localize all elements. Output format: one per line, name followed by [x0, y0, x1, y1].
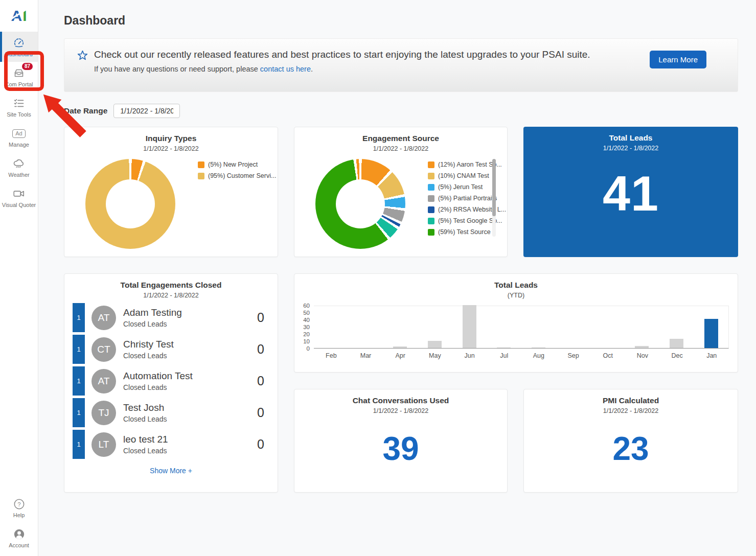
account-icon — [12, 527, 26, 541]
bar-column[interactable] — [625, 306, 659, 348]
x-axis-tick-label: May — [418, 352, 452, 359]
engagement-info: Automation TestClosed Leads — [123, 370, 193, 391]
sidebar-item-visual-quoter[interactable]: Visual Quoter — [0, 182, 38, 213]
feature-banner: Check out our recently released features… — [64, 38, 738, 92]
bar-column[interactable] — [418, 306, 452, 348]
legend-swatch — [428, 206, 434, 213]
avatar: CT — [91, 337, 116, 362]
engagement-sublabel: Closed Leads — [123, 415, 167, 423]
app-logo[interactable]: A I — [0, 0, 38, 32]
card-subtitle: 1/1/2022 - 1/8/2022 — [64, 292, 278, 299]
bar-column[interactable] — [659, 306, 694, 348]
date-range-row: Date Range — [64, 104, 738, 118]
card-title: Total Leads — [294, 281, 738, 290]
legend-swatch — [198, 173, 204, 179]
video-camera-icon — [12, 187, 26, 200]
page-title: Dashboard — [64, 0, 738, 38]
engagement-value: 0 — [257, 374, 269, 388]
avatar: AT — [91, 306, 116, 330]
sidebar: A I Dashboard 87 Com Portal — [0, 0, 38, 556]
bar-column[interactable] — [383, 306, 418, 348]
sidebar-item-label: Site Tools — [7, 111, 31, 118]
chat-conversations-value: 39 — [294, 430, 507, 468]
rank-badge: 1 — [73, 398, 85, 427]
legend-label: (5%) New Project — [208, 161, 258, 168]
sidebar-item-site-tools[interactable]: Site Tools — [0, 92, 38, 122]
rank-badge: 1 — [73, 335, 85, 364]
engagement-sublabel: Closed Leads — [123, 352, 174, 360]
x-axis-tick-label: Jun — [452, 352, 487, 359]
bar-column[interactable] — [349, 306, 383, 348]
y-axis-tick-label: 60 — [303, 303, 310, 309]
bar-column[interactable] — [314, 306, 349, 348]
card-subtitle: (YTD) — [294, 292, 738, 299]
engagement-name: Christy Test — [123, 339, 174, 350]
bar — [463, 305, 476, 348]
sidebar-item-weather[interactable]: Weather — [0, 152, 38, 182]
legend-label: (95%) Customer Servi... — [208, 172, 276, 179]
engagement-name: leo test 21 — [123, 434, 168, 445]
engagement-sublabel: Closed Leads — [123, 320, 182, 328]
x-axis-tick-label: Apr — [383, 352, 418, 359]
card-subtitle: 1/1/2022 - 1/8/2022 — [524, 407, 738, 414]
inquiry-types-donut-chart[interactable] — [85, 159, 175, 249]
rank-badge: 1 — [73, 366, 85, 396]
card-title: Chat Conversations Used — [294, 396, 507, 405]
bar — [670, 339, 683, 348]
bar-column[interactable] — [694, 306, 728, 348]
engagement-row: 1ATAdam TestingClosed Leads0 — [73, 303, 269, 332]
bar-column[interactable] — [487, 306, 521, 348]
legend-swatch — [428, 218, 434, 224]
card-title: Engagement Source — [294, 134, 507, 143]
show-more-link[interactable]: Show More + — [64, 467, 278, 475]
legend-swatch — [198, 161, 204, 168]
sidebar-item-manage[interactable]: Ad Manage — [0, 122, 38, 152]
banner-support-suffix: . — [311, 65, 313, 73]
x-axis-tick-label: Oct — [590, 352, 625, 359]
sidebar-item-account[interactable]: Account — [0, 523, 38, 553]
contact-us-link[interactable]: contact us here — [260, 65, 311, 73]
legend-scrollbar-thumb[interactable] — [492, 159, 496, 216]
bar-column[interactable] — [556, 306, 590, 348]
date-range-input[interactable] — [113, 104, 180, 118]
bar — [532, 348, 545, 349]
card-header: Total Leads (YTD) — [294, 274, 738, 299]
engagement-row: 1TJTest JoshClosed Leads0 — [73, 398, 269, 427]
engagement-row: 1LTleo test 21Closed Leads0 — [73, 430, 269, 459]
x-axis-tick-label: Aug — [521, 352, 556, 359]
x-axis-tick-label: Nov — [625, 352, 660, 359]
card-subtitle: 1/1/2022 - 1/8/2022 — [64, 145, 278, 152]
bar-chart-plot — [314, 306, 729, 349]
learn-more-button[interactable]: Learn More — [650, 51, 706, 68]
engagement-name: Adam Testing — [123, 307, 182, 318]
card-title: Total Engagements Closed — [64, 281, 278, 290]
card-header: Engagement Source 1/1/2022 - 1/8/2022 — [294, 127, 507, 152]
total-engagements-closed-card: Total Engagements Closed 1/1/2022 - 1/8/… — [64, 273, 278, 493]
chat-conversations-card: Chat Conversations Used 1/1/2022 - 1/8/2… — [294, 389, 508, 493]
legend-item[interactable]: (95%) Customer Servi... — [198, 172, 276, 179]
legend-label: (5%) Partial Portraits — [438, 195, 497, 202]
sidebar-item-label: Visual Quoter — [2, 202, 36, 208]
pmi-calculated-card: PMI Calculated 1/1/2022 - 1/8/2022 23 — [523, 389, 738, 493]
card-subtitle: 1/1/2022 - 1/8/2022 — [294, 407, 507, 414]
card-subtitle: 1/1/2022 - 1/8/2022 — [294, 145, 507, 152]
engagement-sublabel: Closed Leads — [123, 447, 168, 455]
bar-column[interactable] — [452, 306, 487, 348]
total-leads-card: Total Leads 1/1/2022 - 1/8/2022 41 — [523, 127, 738, 257]
legend-item[interactable]: (5%) New Project — [198, 161, 276, 168]
sidebar-item-help[interactable]: ? Help — [0, 493, 38, 523]
sidebar-item-com-portal[interactable]: 87 Com Portal — [0, 62, 38, 92]
engagement-source-donut-chart[interactable] — [315, 159, 405, 249]
engagement-value: 0 — [257, 437, 269, 452]
sidebar-item-label: Com Portal — [5, 81, 33, 87]
engagement-name: Test Josh — [123, 402, 167, 413]
bar-column[interactable] — [521, 306, 556, 348]
bar — [635, 346, 649, 348]
inquiry-types-legend: (5%) New Project(95%) Customer Servi... — [198, 161, 276, 179]
bar — [497, 348, 511, 349]
banner-support-text: If you have any questions or need suppor… — [94, 65, 630, 73]
banner-support-prefix: If you have any questions or need suppor… — [94, 65, 260, 73]
bar-column[interactable] — [590, 306, 625, 348]
sidebar-item-dashboard[interactable]: Dashboard — [0, 32, 38, 62]
sidebar-item-label: Account — [9, 542, 29, 548]
